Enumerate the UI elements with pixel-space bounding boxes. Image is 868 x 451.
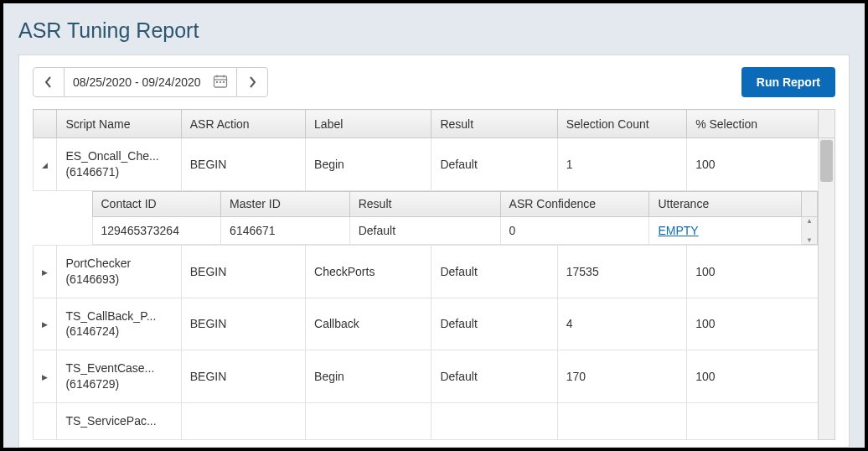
cell-script-name: TS_CallBack_P... (6146724) <box>57 298 181 350</box>
ncell-master-id: 6146671 <box>221 216 350 244</box>
col-percent-selection[interactable]: % Selection <box>687 110 818 138</box>
col-script-name[interactable]: Script Name <box>57 110 181 138</box>
caret-right-icon <box>42 319 48 329</box>
ncell-result: Default <box>349 216 500 244</box>
svg-rect-4 <box>216 81 218 83</box>
report-grid: Script Name ASR Action Label Result Sele… <box>33 109 835 447</box>
cell-result: Default <box>431 350 557 403</box>
expand-toggle[interactable] <box>34 245 57 298</box>
ncol-result[interactable]: Result <box>349 191 500 216</box>
date-range-value: 08/25/2020 - 09/24/2020 <box>73 75 201 89</box>
caret-right-icon <box>42 371 48 381</box>
col-scrollbar <box>818 110 834 138</box>
caret-right-icon <box>42 267 48 277</box>
cell-label: CheckPorts <box>306 245 431 298</box>
table-row: TS_ServicePac... <box>34 403 835 440</box>
svg-rect-5 <box>220 81 221 83</box>
nested-header-row: Contact ID Master ID Result ASR Confiden… <box>92 191 817 216</box>
toolbar: 08/25/2020 - 09/24/2020 Run Report <box>19 55 849 109</box>
ncell-contact-id: 129465373264 <box>92 216 221 244</box>
cell-asr-action: BEGIN <box>181 298 305 350</box>
report-panel: 08/25/2020 - 09/24/2020 Run Report S <box>18 54 850 448</box>
cell-label: Begin <box>306 138 431 191</box>
ncol-utterance[interactable]: Utterance <box>649 191 802 216</box>
cell-asr-action <box>181 403 305 440</box>
nested-scrollbar[interactable]: ▲ ▼ <box>802 216 817 244</box>
col-selection-count[interactable]: Selection Count <box>557 110 686 138</box>
date-next-button[interactable] <box>236 67 268 97</box>
caret-down-icon <box>42 159 48 169</box>
table-row: ES_Oncall_Che... (6146671) BEGIN Begin D… <box>34 138 835 191</box>
scroll-up-icon: ▲ <box>802 217 816 225</box>
table-row: PortChecker (6146693) BEGIN CheckPorts D… <box>34 245 835 298</box>
cell-asr-action: BEGIN <box>181 350 305 403</box>
cell-label <box>306 403 431 440</box>
cell-selection-count: 1 <box>557 138 686 191</box>
ncol-asr-confidence[interactable]: ASR Confidence <box>500 191 649 216</box>
date-range-input[interactable]: 08/25/2020 - 09/24/2020 <box>65 67 236 97</box>
cell-script-name: ES_Oncall_Che... (6146671) <box>57 138 181 191</box>
cell-result <box>431 403 557 440</box>
col-expand <box>34 110 57 138</box>
cell-asr-action: BEGIN <box>181 245 305 298</box>
chevron-left-icon <box>44 76 53 88</box>
cell-selection-count <box>557 403 686 440</box>
scrollbar-thumb[interactable] <box>820 140 833 182</box>
table-row: TS_EventCase... (6146729) BEGIN Begin De… <box>34 350 835 403</box>
ncol-scrollbar <box>802 191 817 216</box>
expand-toggle[interactable] <box>34 138 57 191</box>
main-table: Script Name ASR Action Label Result Sele… <box>33 109 835 440</box>
cell-percent-selection: 100 <box>687 350 818 403</box>
ncell-asr-confidence: 0 <box>500 216 649 244</box>
scroll-down-icon: ▼ <box>802 236 816 244</box>
chevron-right-icon <box>248 76 256 88</box>
date-prev-button[interactable] <box>33 67 65 97</box>
col-label[interactable]: Label <box>306 110 431 138</box>
col-result[interactable]: Result <box>431 110 557 138</box>
cell-script-name: PortChecker (6146693) <box>57 245 181 298</box>
cell-selection-count: 4 <box>557 298 686 350</box>
cell-script-name: TS_ServicePac... <box>57 403 181 440</box>
cell-script-name: TS_EventCase... (6146729) <box>57 350 181 403</box>
ncol-master-id[interactable]: Master ID <box>221 191 350 216</box>
utterance-link[interactable]: EMPTY <box>658 224 698 237</box>
ncol-contact-id[interactable]: Contact ID <box>92 191 221 216</box>
cell-result: Default <box>431 245 557 298</box>
cell-percent-selection: 100 <box>687 138 818 191</box>
cell-label: Begin <box>306 350 431 403</box>
cell-percent-selection: 100 <box>687 298 818 350</box>
expand-toggle[interactable] <box>34 350 57 403</box>
cell-selection-count: 170 <box>557 350 686 403</box>
cell-result: Default <box>431 298 557 350</box>
run-report-button[interactable]: Run Report <box>741 67 835 97</box>
page-title: ASR Tuning Report <box>3 3 865 54</box>
cell-label: Callback <box>306 298 431 350</box>
table-header-row: Script Name ASR Action Label Result Sele… <box>34 110 835 138</box>
cell-percent-selection <box>687 403 818 440</box>
nested-data-row: 129465373264 6146671 Default 0 EMPTY ▲ ▼ <box>92 216 817 244</box>
expand-toggle[interactable] <box>34 298 57 350</box>
cell-percent-selection: 100 <box>687 245 818 298</box>
expand-toggle[interactable] <box>34 403 57 440</box>
cell-asr-action: BEGIN <box>181 138 305 191</box>
scrollbar-track[interactable] <box>818 138 834 440</box>
calendar-icon <box>213 74 228 91</box>
col-asr-action[interactable]: ASR Action <box>181 110 305 138</box>
table-row: TS_CallBack_P... (6146724) BEGIN Callbac… <box>34 298 835 350</box>
ncell-utterance: EMPTY <box>649 216 802 244</box>
cell-selection-count: 17535 <box>557 245 686 298</box>
svg-rect-6 <box>223 81 225 83</box>
nested-row: Contact ID Master ID Result ASR Confiden… <box>34 190 835 245</box>
cell-result: Default <box>431 138 557 191</box>
app-root: ASR Tuning Report 08/25/2020 - 09/24/202… <box>3 3 865 448</box>
nested-table: Contact ID Master ID Result ASR Confiden… <box>92 191 818 245</box>
